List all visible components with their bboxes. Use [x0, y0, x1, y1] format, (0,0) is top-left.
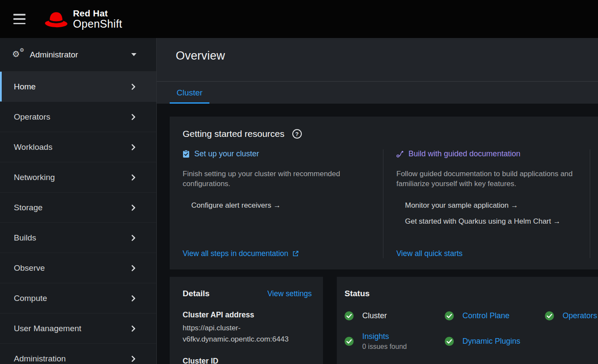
sidebar-item-home[interactable]: Home [0, 72, 156, 102]
chevron-right-icon [130, 84, 136, 90]
perspective-switcher[interactable]: ⚙⚙ Administrator [0, 38, 156, 72]
tab-cluster[interactable]: Cluster [170, 82, 209, 104]
configure-alert-receivers-link[interactable]: Configure alert receivers→ [191, 201, 364, 210]
guided-documentation-description: Follow guided documentation to build app… [396, 169, 583, 189]
openshift-console: Red Hat OpenShift ⚙⚙ Administrator Home … [0, 0, 598, 364]
view-all-steps-link[interactable]: View all steps in documentation [183, 249, 364, 258]
cogs-icon: ⚙⚙ [13, 50, 23, 60]
sidebar-item-user-management[interactable]: User Management [0, 313, 156, 344]
nav-label: Builds [14, 233, 36, 243]
sidebar-item-observe[interactable]: Observe [0, 253, 156, 283]
guided-documentation-label: Build with guided documentation [408, 149, 520, 158]
nav-label: Home [14, 82, 36, 92]
nav-label: Networking [14, 173, 55, 182]
main-content: Overview Cluster Getting started resourc… [157, 38, 598, 364]
setup-cluster-link[interactable]: Set up your cluster [183, 149, 364, 158]
monitor-sample-app-link[interactable]: Monitor your sample application→ [405, 201, 583, 210]
check-circle-icon [345, 311, 354, 320]
cluster-api-address-value: https://api.cluster-v6fkv.dynamic.opentl… [183, 323, 312, 345]
perspective-label: Administrator [30, 50, 78, 60]
details-title: Details [183, 289, 209, 298]
page-title: Overview [176, 49, 598, 63]
chevron-right-icon [130, 356, 136, 362]
chevron-right-icon [130, 144, 136, 150]
check-circle-icon [445, 311, 454, 320]
insights-issues-count: 0 issues found [362, 343, 407, 351]
clipboard-check-icon [183, 150, 190, 158]
view-all-quick-starts-link[interactable]: View all quick starts [396, 249, 583, 258]
nav-label: Operators [14, 112, 50, 122]
guided-documentation-link[interactable]: Build with guided documentation [396, 149, 583, 158]
arrow-right-icon: → [553, 217, 560, 225]
chevron-right-icon [130, 235, 136, 241]
chevron-right-icon [130, 326, 136, 332]
setup-cluster-label: Set up your cluster [194, 149, 259, 158]
check-circle-icon [545, 311, 554, 320]
quarkus-helm-chart-link[interactable]: Get started with Quarkus using a Helm Ch… [405, 217, 583, 226]
brand-name: Red Hat [73, 9, 122, 18]
view-settings-link[interactable]: View settings [267, 289, 312, 298]
sidebar-item-operators[interactable]: Operators [0, 102, 156, 132]
tab-label: Cluster [177, 88, 202, 98]
help-icon[interactable]: ? [292, 129, 302, 139]
status-item-control-plane: Control Plane [445, 311, 545, 320]
chevron-right-icon [130, 205, 136, 211]
nav-label: Observe [14, 263, 45, 273]
external-link-icon [292, 250, 299, 257]
sidebar-item-workloads[interactable]: Workloads [0, 132, 156, 162]
nav-label: Workloads [14, 142, 52, 152]
sidebar-nav: ⚙⚙ Administrator Home Operators Workload… [0, 38, 157, 364]
masthead: Red Hat OpenShift [0, 0, 598, 38]
getting-started-column-guided-docs: Build with guided documentation Follow g… [383, 149, 590, 258]
cluster-api-address-label: Cluster API address [183, 310, 312, 320]
status-card: Status View alerts Cluster [337, 277, 598, 364]
status-item-insights: Insights 0 issues found [345, 332, 445, 351]
sidebar-item-storage[interactable]: Storage [0, 193, 156, 223]
nav-label: Administration [14, 354, 66, 364]
nav-list: Home Operators Workloads Networking Stor… [0, 72, 156, 364]
brand-logo: Red Hat OpenShift [44, 9, 122, 29]
status-title: Status [345, 289, 370, 298]
status-item-dynamic-plugins: Dynamic Plugins [445, 332, 545, 351]
chevron-right-icon [130, 295, 136, 301]
getting-started-card: Getting started resources ? [170, 117, 598, 269]
status-item-operators: Operators [545, 311, 598, 320]
route-icon [396, 150, 404, 158]
brand-product: OpenShift [73, 18, 122, 29]
check-circle-icon [445, 337, 454, 346]
getting-started-title-row: Getting started resources ? [183, 129, 598, 139]
arrow-right-icon: → [511, 201, 518, 209]
red-hat-fedora-icon [44, 10, 68, 28]
check-circle-icon [345, 337, 354, 346]
nav-label: Compute [14, 294, 47, 303]
sidebar-item-administration[interactable]: Administration [0, 344, 156, 364]
cluster-id-label: Cluster ID [183, 357, 312, 364]
getting-started-column-cutoff [590, 149, 598, 258]
sidebar-item-compute[interactable]: Compute [0, 283, 156, 313]
chevron-right-icon [130, 114, 136, 120]
setup-cluster-description: Finish setting up your cluster with reco… [183, 169, 364, 189]
chevron-right-icon [130, 174, 136, 180]
getting-started-column-setup: Set up your cluster Finish setting up yo… [183, 149, 383, 258]
details-card: Details View settings Cluster API addres… [170, 277, 323, 364]
overview-dashboard: Getting started resources ? [157, 104, 598, 364]
sidebar-item-builds[interactable]: Builds [0, 223, 156, 253]
nav-label: User Management [14, 324, 81, 333]
hamburger-menu-icon[interactable] [13, 13, 26, 25]
status-item-cluster: Cluster [345, 311, 445, 320]
page-header: Overview [157, 38, 598, 81]
caret-down-icon [131, 53, 136, 56]
chevron-right-icon [130, 265, 136, 271]
getting-started-title: Getting started resources [183, 129, 285, 139]
tab-bar: Cluster [157, 81, 598, 104]
nav-label: Storage [14, 203, 43, 212]
arrow-right-icon: → [273, 201, 281, 209]
sidebar-item-networking[interactable]: Networking [0, 162, 156, 193]
